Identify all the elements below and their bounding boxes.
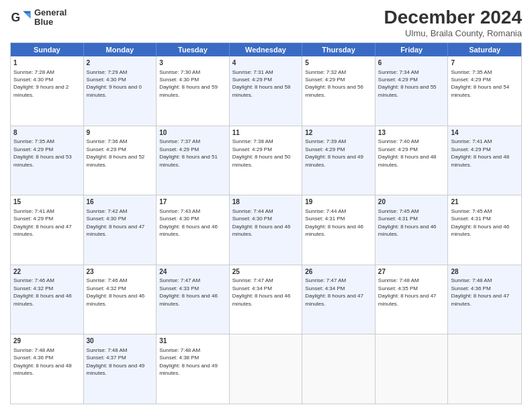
header-tuesday: Tuesday xyxy=(157,43,230,56)
cal-row-1: 1 Sunrise: 7:28 AMSunset: 4:30 PMDayligh… xyxy=(11,56,521,126)
svg-marker-2 xyxy=(25,13,30,19)
logo: G General Blue xyxy=(10,7,66,28)
svg-text:G: G xyxy=(11,11,21,24)
cell-dec5: 5 Sunrise: 7:32 AMSunset: 4:29 PMDayligh… xyxy=(302,56,375,126)
logo-line2: Blue xyxy=(34,17,66,27)
cell-dec3: 3 Sunrise: 7:30 AMSunset: 4:30 PMDayligh… xyxy=(157,56,230,126)
header-sunday: Sunday xyxy=(11,43,84,56)
cell-dec6: 6 Sunrise: 7:34 AMSunset: 4:29 PMDayligh… xyxy=(375,56,449,126)
cell-empty-2 xyxy=(302,334,375,404)
calendar-header: Sunday Monday Tuesday Wednesday Thursday… xyxy=(11,43,521,56)
logo-icon: G xyxy=(10,7,32,28)
calendar: Sunday Monday Tuesday Wednesday Thursday… xyxy=(10,42,522,404)
cell-dec16: 16 Sunrise: 7:42 AMSunset: 4:30 PMDaylig… xyxy=(84,195,157,265)
cell-dec19: 19 Sunrise: 7:44 AMSunset: 4:31 PMDaylig… xyxy=(302,195,375,265)
cell-dec30: 30 Sunrise: 7:48 AMSunset: 4:37 PMDaylig… xyxy=(84,334,157,404)
cell-dec31: 31 Sunrise: 7:48 AMSunset: 4:38 PMDaylig… xyxy=(157,334,230,404)
cell-dec24: 24 Sunrise: 7:47 AMSunset: 4:33 PMDaylig… xyxy=(157,265,230,334)
header-thursday: Thursday xyxy=(302,43,375,56)
header: G General Blue December 2024 Ulmu, Brail… xyxy=(10,7,522,38)
location: Ulmu, Braila County, Romania xyxy=(384,28,522,38)
calendar-body: 1 Sunrise: 7:28 AMSunset: 4:30 PMDayligh… xyxy=(11,56,521,404)
cell-dec20: 20 Sunrise: 7:45 AMSunset: 4:31 PMDaylig… xyxy=(375,195,449,265)
cell-dec21: 21 Sunrise: 7:45 AMSunset: 4:31 PMDaylig… xyxy=(448,195,521,265)
cell-empty-3 xyxy=(375,334,449,404)
cal-row-5: 29 Sunrise: 7:48 AMSunset: 4:36 PMDaylig… xyxy=(11,334,521,404)
cell-dec2: 2 Sunrise: 7:29 AMSunset: 4:30 PMDayligh… xyxy=(84,56,157,126)
header-monday: Monday xyxy=(84,43,157,56)
cal-row-3: 15 Sunrise: 7:41 AMSunset: 4:29 PMDaylig… xyxy=(11,195,521,265)
cal-row-2: 8 Sunrise: 7:35 AMSunset: 4:29 PMDayligh… xyxy=(11,126,521,196)
cell-dec4: 4 Sunrise: 7:31 AMSunset: 4:29 PMDayligh… xyxy=(230,56,303,126)
month-title: December 2024 xyxy=(384,7,522,28)
logo-line1: General xyxy=(34,8,66,17)
header-saturday: Saturday xyxy=(448,43,521,56)
cell-dec7: 7 Sunrise: 7:35 AMSunset: 4:29 PMDayligh… xyxy=(448,56,521,126)
cell-dec26: 26 Sunrise: 7:47 AMSunset: 4:34 PMDaylig… xyxy=(302,265,375,334)
cell-dec1: 1 Sunrise: 7:28 AMSunset: 4:30 PMDayligh… xyxy=(11,56,84,126)
cell-dec13: 13 Sunrise: 7:40 AMSunset: 4:29 PMDaylig… xyxy=(375,126,449,195)
cell-dec17: 17 Sunrise: 7:43 AMSunset: 4:30 PMDaylig… xyxy=(157,195,230,265)
page: G General Blue December 2024 Ulmu, Brail… xyxy=(0,0,532,411)
cell-dec29: 29 Sunrise: 7:48 AMSunset: 4:36 PMDaylig… xyxy=(11,334,84,404)
logo-text: General Blue xyxy=(34,8,66,28)
cell-dec22: 22 Sunrise: 7:46 AMSunset: 4:32 PMDaylig… xyxy=(11,265,84,334)
cell-dec11: 11 Sunrise: 7:38 AMSunset: 4:29 PMDaylig… xyxy=(230,126,303,195)
header-friday: Friday xyxy=(375,43,449,56)
cell-empty-1 xyxy=(230,334,303,404)
cell-dec8: 8 Sunrise: 7:35 AMSunset: 4:29 PMDayligh… xyxy=(11,126,84,195)
cell-dec12: 12 Sunrise: 7:39 AMSunset: 4:29 PMDaylig… xyxy=(302,126,375,195)
title-block: December 2024 Ulmu, Braila County, Roman… xyxy=(384,7,522,38)
cell-dec25: 25 Sunrise: 7:47 AMSunset: 4:34 PMDaylig… xyxy=(230,265,303,334)
cell-dec14: 14 Sunrise: 7:41 AMSunset: 4:29 PMDaylig… xyxy=(448,126,521,195)
cell-dec27: 27 Sunrise: 7:48 AMSunset: 4:35 PMDaylig… xyxy=(375,265,449,334)
cell-dec9: 9 Sunrise: 7:36 AMSunset: 4:29 PMDayligh… xyxy=(84,126,157,195)
cell-dec18: 18 Sunrise: 7:44 AMSunset: 4:30 PMDaylig… xyxy=(230,195,303,265)
cal-row-4: 22 Sunrise: 7:46 AMSunset: 4:32 PMDaylig… xyxy=(11,265,521,335)
cell-dec23: 23 Sunrise: 7:46 AMSunset: 4:32 PMDaylig… xyxy=(84,265,157,334)
header-wednesday: Wednesday xyxy=(230,43,303,56)
cell-dec15: 15 Sunrise: 7:41 AMSunset: 4:29 PMDaylig… xyxy=(11,195,84,265)
cell-dec28: 28 Sunrise: 7:48 AMSunset: 4:36 PMDaylig… xyxy=(448,265,521,334)
cell-empty-4 xyxy=(448,334,521,404)
cell-dec10: 10 Sunrise: 7:37 AMSunset: 4:29 PMDaylig… xyxy=(157,126,230,195)
